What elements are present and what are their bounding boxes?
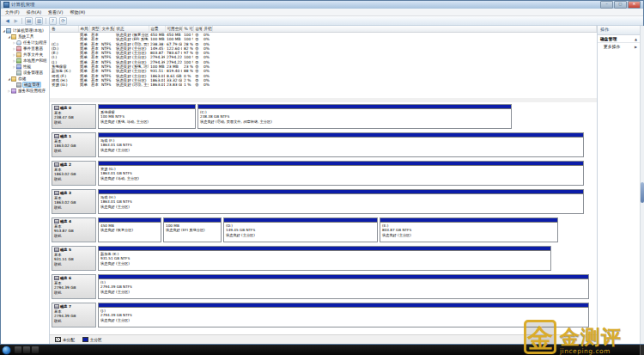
disk-graphical-pane: 磁盘 0基本238.47 GB联机系统保留100 MB NTFS状态良好 (系统… bbox=[50, 102, 597, 334]
export-list-icon[interactable]: ▥ bbox=[35, 17, 43, 25]
taskbar-app-icon[interactable] bbox=[15, 346, 21, 353]
disk-label[interactable]: 磁盘 7基本2794.39 GB联机 bbox=[52, 303, 96, 327]
volume-cell: 100 % bbox=[182, 55, 193, 59]
vertical-scrollbar[interactable] bbox=[640, 26, 644, 344]
computer-management-window: 计算机管理 – ▢ ✕ 文件(F) 操作(A) 查看(V) 帮助(H) ◀ ▶ … bbox=[0, 0, 644, 345]
close-button[interactable]: ✕ bbox=[628, 1, 641, 9]
disk-label[interactable]: 磁盘 0基本238.47 GB联机 bbox=[52, 104, 96, 129]
refresh-icon[interactable]: ⟳ bbox=[59, 17, 67, 25]
show-desktop-button[interactable] bbox=[640, 345, 644, 355]
disk-status: 联机 bbox=[54, 205, 94, 211]
disk-label[interactable]: 磁盘 2基本1863.02 GB联机 bbox=[52, 161, 96, 186]
partitions: (J:)2794.39 GB NTFS状态良好 (主分区) bbox=[98, 303, 589, 327]
column-header-容错[interactable]: 容错 bbox=[193, 26, 202, 33]
menu-view[interactable]: 查看(V) bbox=[48, 9, 63, 15]
column-header-% 可用[interactable]: % 可用 bbox=[182, 26, 193, 33]
sidebar-item-服务和应用程序[interactable]: ▷服务和应用程序 bbox=[1, 88, 49, 94]
disk-status: 联机 bbox=[54, 149, 94, 154]
disk-label[interactable]: 磁盘 5基本931.51 GB联机 bbox=[52, 246, 96, 271]
forward-icon[interactable]: ▶ bbox=[13, 18, 19, 24]
partition-block[interactable]: (I:)2794.39 GB NTFS状态良好 (主分区) bbox=[98, 274, 589, 299]
disk-row-磁盘 1: 磁盘 1基本1863.02 GB联机游戏 (F:)1863.01 GB NTFS… bbox=[52, 132, 584, 157]
disk-label[interactable]: 磁盘 1基本1863.02 GB联机 bbox=[52, 132, 96, 157]
partition-block[interactable]: (C:)238.38 GB NTFS状态良好 (启动, 页面文件, 故障转储, … bbox=[197, 104, 512, 129]
sidebar-item-本地用户和组[interactable]: ▷本地用户和组 bbox=[1, 58, 49, 64]
disk-row-磁盘 0: 磁盘 0基本238.47 GB联机系统保留100 MB NTFS状态良好 (系统… bbox=[52, 104, 512, 129]
disk-icon bbox=[54, 162, 59, 167]
collapse-icon[interactable]: ▲ bbox=[635, 37, 637, 41]
partition-block[interactable]: (D:)149.45 GB NTFS状态良好 (主分区) bbox=[223, 217, 378, 242]
column-header-类型[interactable]: 类型 bbox=[89, 26, 100, 33]
more-actions-label: 更多操作 bbox=[604, 44, 620, 49]
taskbar-app-icon[interactable] bbox=[23, 346, 30, 353]
title-bar[interactable]: 计算机管理 – ▢ ✕ bbox=[1, 1, 643, 9]
column-header-容量[interactable]: 容量 bbox=[149, 26, 165, 33]
partition-block[interactable]: (E:)803.87 GB NTFS状态良好 (主分区) bbox=[380, 217, 558, 242]
sidebar-item-计算机管理(本地)[interactable]: ◢计算机管理(本地) bbox=[1, 28, 49, 34]
menu-action[interactable]: 操作(A) bbox=[27, 9, 41, 15]
disk-row-磁盘 4: 磁盘 4基本953.87 GB联机450 MB状态良好 (恢复分区)100 MB… bbox=[52, 217, 558, 242]
sidebar-item-事件查看器[interactable]: ▷事件查看器 bbox=[1, 46, 49, 52]
partition-block[interactable]: (J:)2794.39 GB NTFS状态良好 (主分区) bbox=[98, 303, 589, 327]
partition-info: 新加卷 (K:)931.51 GB NTFS状态良好 (主分区) bbox=[99, 251, 550, 266]
menu-help[interactable]: 帮助(H) bbox=[70, 9, 85, 15]
actions-section-disk-management[interactable]: 磁盘管理 ▲ bbox=[598, 35, 640, 43]
toolbar: ◀ ▶ ▤ ▥ ? ⟳ bbox=[1, 16, 643, 26]
partition-block[interactable]: 游戏 (F:)1863.01 GB NTFS状态良好 (主分区) bbox=[98, 132, 584, 157]
partition-info-line: 状态良好 (主分区) bbox=[100, 261, 549, 266]
column-header-开销[interactable]: 开销 bbox=[202, 26, 212, 33]
back-icon[interactable]: ◀ bbox=[4, 18, 10, 24]
partition-block[interactable]: 100 MB状态良好 (EFI 系统分区) bbox=[163, 217, 222, 242]
partition-info-line: 状态良好 (主分区) bbox=[100, 290, 586, 294]
share-icon bbox=[16, 52, 21, 58]
sidebar-item-设备管理器[interactable]: 设备管理器 bbox=[1, 70, 49, 76]
start-button[interactable] bbox=[2, 346, 11, 355]
disk-name-text: 磁盘 2 bbox=[60, 162, 71, 168]
partition-block[interactable]: 450 MB状态良好 (恢复分区) bbox=[98, 217, 161, 242]
sidebar-item-存储[interactable]: ◢存储 bbox=[1, 76, 49, 82]
volume-row[interactable]: 资源 (G:)简单基本NTFS状态良好 (活动, 主分区)1863.01 GB2… bbox=[50, 83, 597, 87]
column-header-可用空间[interactable]: 可用空间 bbox=[165, 26, 182, 33]
partition-block[interactable]: 系统保留100 MB NTFS状态良好 (系统, 活动, 主分区) bbox=[98, 104, 196, 129]
more-actions-item[interactable]: 更多操作 ▶ bbox=[598, 43, 640, 50]
console-tree-icon[interactable]: ▤ bbox=[25, 17, 33, 25]
disk-name-text: 磁盘 1 bbox=[60, 134, 71, 139]
partition-info-line: 状态良好 (主分区) bbox=[100, 318, 586, 322]
column-header-布局[interactable]: 布局 bbox=[78, 26, 89, 33]
disk-row-磁盘 2: 磁盘 2基本1863.02 GB联机资源 (G:)1863.01 GB NTFS… bbox=[52, 161, 584, 186]
volume-cell: 基本 bbox=[89, 83, 100, 87]
help-icon[interactable]: ? bbox=[49, 17, 57, 25]
partition-block[interactable]: 游戏 (H:)1863.01 GB NTFS状态良好 (主分区) bbox=[98, 189, 584, 214]
partition-block[interactable]: 新加卷 (K:)931.51 GB NTFS状态良好 (主分区) bbox=[98, 246, 551, 271]
legend-label: 主分区 bbox=[90, 338, 102, 342]
sidebar-item-label: 服务和应用程序 bbox=[17, 89, 46, 93]
volume-cell: 简单 bbox=[78, 83, 89, 87]
scrollbar-thumb[interactable] bbox=[641, 182, 644, 203]
volume-cell: 100 MB bbox=[149, 37, 165, 41]
disk-status: 联机 bbox=[54, 262, 94, 267]
disk-management-content: 卷布局类型文件系统状态容量可用空间% 可用容错开销 简单基本状态良好 (恢复分区… bbox=[50, 26, 597, 344]
volume-cell: 否 bbox=[193, 83, 202, 87]
perf-icon bbox=[16, 64, 21, 70]
partitions: 新加卷 (K:)931.51 GB NTFS状态良好 (主分区) bbox=[98, 246, 551, 271]
taskbar-app-icon[interactable] bbox=[32, 346, 39, 353]
disk-label[interactable]: 磁盘 4基本953.87 GB联机 bbox=[52, 217, 96, 242]
column-header-状态[interactable]: 状态 bbox=[114, 26, 149, 33]
computer-icon bbox=[6, 28, 11, 34]
sidebar-item-磁盘管理[interactable]: 磁盘管理 bbox=[1, 82, 49, 88]
disk-label[interactable]: 磁盘 3基本1863.02 GB联机 bbox=[52, 189, 96, 214]
sidebar-item-任务计划程序[interactable]: ▷任务计划程序 bbox=[1, 40, 49, 46]
disk-label[interactable]: 磁盘 6基本2794.39 GB联机 bbox=[52, 274, 96, 299]
sidebar-item-系统工具[interactable]: ◢系统工具 bbox=[1, 34, 49, 40]
minimize-button[interactable]: – bbox=[600, 1, 613, 9]
sidebar-item-共享文件夹[interactable]: ▷共享文件夹 bbox=[1, 52, 49, 58]
sidebar-item-性能[interactable]: ▷性能 bbox=[1, 64, 49, 70]
maximize-button[interactable]: ▢ bbox=[614, 1, 627, 9]
column-header-卷[interactable]: 卷 bbox=[50, 26, 78, 33]
partition-info-line: 状态良好 (EFI 系统分区) bbox=[166, 228, 219, 232]
sidebar-item-label: 任务计划程序 bbox=[22, 40, 48, 45]
column-header-文件系统[interactable]: 文件系统 bbox=[100, 26, 114, 33]
menu-file[interactable]: 文件(F) bbox=[5, 9, 20, 15]
partition-block[interactable]: 资源 (G:)1863.01 GB NTFS状态良好 (活动, 主分区) bbox=[98, 161, 584, 186]
volume-cell: 资源 (G:) bbox=[50, 83, 78, 87]
